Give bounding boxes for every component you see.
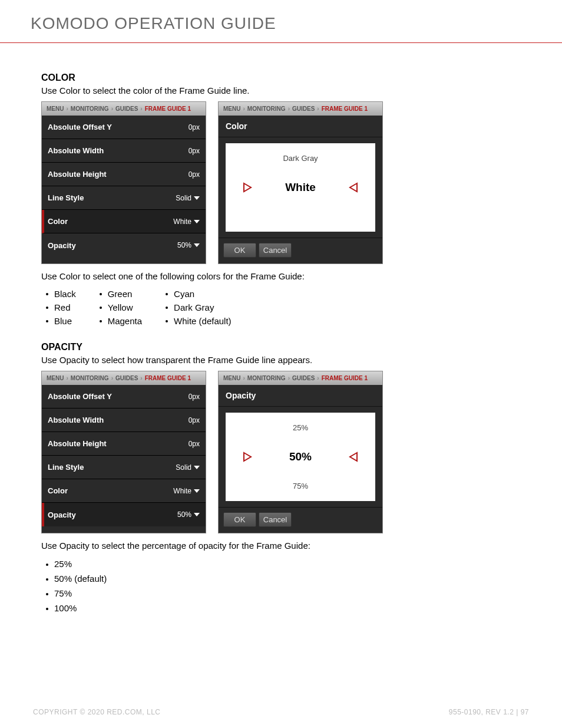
list-item: 100% bbox=[46, 601, 527, 615]
opacity-note: Use Opacity to select the percentage of … bbox=[41, 541, 527, 551]
arrow-left-icon[interactable] bbox=[348, 182, 359, 193]
row-absolute-offset-y[interactable]: Absolute Offset Y 0px bbox=[42, 116, 206, 139]
row-label: Opacity bbox=[48, 241, 76, 250]
row-line-style[interactable]: Line Style Solid bbox=[42, 456, 206, 479]
page-title: KOMODO OPERATION GUIDE bbox=[31, 14, 531, 33]
row-value: 0px bbox=[189, 393, 200, 401]
picker-next-option[interactable]: 75% bbox=[226, 482, 375, 490]
chevron-right-icon: › bbox=[111, 375, 113, 381]
row-value: White bbox=[173, 218, 200, 226]
arrow-right-icon[interactable] bbox=[242, 452, 253, 462]
color-panels: MENU› MONITORING› GUIDES› FRAME GUIDE 1 … bbox=[41, 101, 527, 264]
row-label: Line Style bbox=[48, 193, 84, 202]
picker-body[interactable]: 25% 50% 75% bbox=[226, 413, 375, 501]
list-item: Magenta bbox=[100, 314, 142, 328]
chevron-right-icon: › bbox=[140, 375, 142, 381]
opacity-heading: OPACITY bbox=[41, 342, 527, 353]
row-color[interactable]: Color White bbox=[42, 210, 206, 233]
crumb-current: FRAME GUIDE 1 bbox=[322, 106, 368, 112]
chevron-right-icon: › bbox=[243, 106, 244, 112]
page-footer: COPYRIGHT © 2020 RED.COM, LLC 955-0190, … bbox=[0, 708, 562, 716]
picker-title: Color bbox=[219, 116, 382, 137]
picker-current-option: 50% bbox=[289, 450, 312, 463]
chevron-right-icon: › bbox=[111, 106, 113, 112]
menu-panel-opacity: MENU› MONITORING› GUIDES› FRAME GUIDE 1 … bbox=[41, 371, 206, 533]
picker-current-option: White bbox=[285, 181, 316, 194]
picker-body[interactable]: Dark Gray White bbox=[226, 143, 375, 232]
opacity-options-list: 25% 50% (default) 75% 100% bbox=[46, 556, 527, 615]
ok-button[interactable]: OK bbox=[223, 243, 256, 258]
crumb-current: FRAME GUIDE 1 bbox=[145, 106, 191, 112]
list-item: Cyan bbox=[166, 287, 232, 301]
chevron-right-icon: › bbox=[317, 375, 319, 381]
crumb-0: MENU bbox=[47, 106, 64, 112]
color-col-1: Black Red Blue bbox=[46, 287, 76, 328]
row-opacity[interactable]: Opacity 50% bbox=[42, 503, 206, 526]
row-value: 50% bbox=[177, 241, 200, 249]
crumb-1: MONITORING bbox=[247, 106, 286, 112]
arrow-left-icon[interactable] bbox=[348, 452, 359, 462]
row-line-style[interactable]: Line Style Solid bbox=[42, 186, 206, 210]
crumb-1: MONITORING bbox=[71, 106, 109, 112]
picker-prev-option[interactable]: Dark Gray bbox=[226, 154, 375, 163]
color-note: Use Color to select one of the following… bbox=[41, 271, 527, 281]
color-intro: Use Color to select the color of the Fra… bbox=[41, 85, 527, 95]
breadcrumb: MENU› MONITORING› GUIDES› FRAME GUIDE 1 bbox=[42, 371, 206, 385]
picker-prev-option[interactable]: 25% bbox=[226, 423, 375, 432]
footer-right: 955-0190, REV 1.2 | 97 bbox=[449, 708, 529, 716]
svg-marker-3 bbox=[350, 453, 357, 461]
list-item: Green bbox=[100, 287, 142, 301]
svg-marker-0 bbox=[244, 183, 251, 192]
row-label: Absolute Height bbox=[48, 439, 107, 448]
list-item: 25% bbox=[46, 556, 527, 571]
chevron-down-icon bbox=[194, 513, 200, 516]
row-color[interactable]: Color White bbox=[42, 479, 206, 503]
row-absolute-height[interactable]: Absolute Height 0px bbox=[42, 432, 206, 456]
row-label: Color bbox=[48, 486, 68, 495]
breadcrumb: MENU› MONITORING› GUIDES› FRAME GUIDE 1 bbox=[219, 102, 382, 116]
row-label: Absolute Offset Y bbox=[48, 392, 112, 401]
row-value: White bbox=[173, 487, 200, 495]
chevron-down-icon bbox=[194, 243, 200, 247]
row-label: Absolute Offset Y bbox=[48, 123, 112, 131]
cancel-button[interactable]: Cancel bbox=[259, 512, 292, 527]
row-opacity[interactable]: Opacity 50% bbox=[42, 233, 206, 257]
crumb-0: MENU bbox=[223, 106, 240, 112]
row-label: Absolute Width bbox=[48, 146, 104, 155]
menu-rows-opacity: Absolute Offset Y 0px Absolute Width 0px… bbox=[42, 385, 206, 526]
list-item: White (default) bbox=[166, 314, 232, 328]
svg-marker-1 bbox=[350, 183, 357, 192]
chevron-down-icon bbox=[194, 196, 200, 200]
picker-title: Opacity bbox=[219, 385, 382, 407]
chevron-down-icon bbox=[194, 220, 200, 223]
list-item: 50% (default) bbox=[46, 571, 527, 586]
row-absolute-height[interactable]: Absolute Height 0px bbox=[42, 163, 206, 186]
cancel-button[interactable]: Cancel bbox=[259, 243, 292, 258]
row-value: 0px bbox=[189, 170, 200, 179]
chevron-down-icon bbox=[194, 466, 200, 469]
arrow-right-icon[interactable] bbox=[242, 182, 253, 193]
page-header: KOMODO OPERATION GUIDE bbox=[0, 0, 562, 43]
row-value: 0px bbox=[189, 416, 200, 424]
list-item: Red bbox=[46, 301, 76, 314]
row-absolute-width[interactable]: Absolute Width 0px bbox=[42, 409, 206, 432]
ok-button[interactable]: OK bbox=[223, 512, 256, 527]
chevron-right-icon: › bbox=[243, 375, 244, 381]
breadcrumb: MENU› MONITORING› GUIDES› FRAME GUIDE 1 bbox=[219, 371, 382, 385]
row-absolute-width[interactable]: Absolute Width 0px bbox=[42, 139, 206, 163]
menu-rows-color: Absolute Offset Y 0px Absolute Width 0px… bbox=[42, 116, 206, 257]
crumb-0: MENU bbox=[223, 375, 240, 381]
crumb-2: GUIDES bbox=[292, 375, 315, 381]
picker-current-row: White bbox=[226, 181, 375, 194]
row-label: Line Style bbox=[48, 463, 84, 472]
crumb-2: GUIDES bbox=[115, 106, 138, 112]
row-absolute-offset-y[interactable]: Absolute Offset Y 0px bbox=[42, 385, 206, 409]
content: COLOR Use Color to select the color of t… bbox=[0, 43, 562, 615]
crumb-1: MONITORING bbox=[247, 375, 286, 381]
row-value: 0px bbox=[189, 123, 200, 131]
crumb-1: MONITORING bbox=[71, 375, 109, 381]
row-value: 0px bbox=[189, 147, 200, 155]
svg-marker-2 bbox=[244, 453, 251, 461]
row-label: Color bbox=[48, 217, 68, 226]
row-value: Solid bbox=[176, 463, 200, 472]
